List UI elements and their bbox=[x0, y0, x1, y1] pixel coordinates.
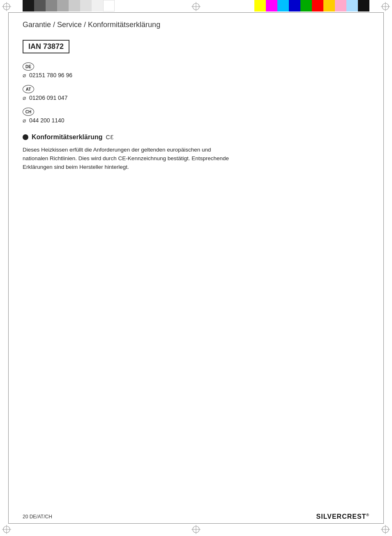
reg-mark-top-left bbox=[2, 2, 11, 11]
page-border-top bbox=[8, 12, 384, 13]
bullet-icon bbox=[23, 134, 28, 140]
footer: 20 DE/AT/CH SILVERCREST® bbox=[23, 513, 369, 520]
country-badge-ch: CH bbox=[23, 108, 34, 116]
phone-line-de: ⌀ 02151 780 96 96 bbox=[23, 72, 369, 78]
color-bar-left bbox=[23, 0, 115, 12]
phone-number-at: 01206 091 047 bbox=[29, 94, 67, 101]
country-section-at: AT ⌀ 01206 091 047 bbox=[23, 85, 369, 101]
ce-mark: Cℇ bbox=[106, 134, 113, 140]
page-border-bottom bbox=[8, 523, 384, 524]
konformitat-text: Dieses Heizkissen erfüllt die Anforderun… bbox=[23, 146, 236, 172]
phone-number-ch: 044 200 1140 bbox=[29, 117, 65, 124]
phone-line-at: ⌀ 01206 091 047 bbox=[23, 94, 369, 101]
color-bar-right bbox=[254, 0, 369, 12]
silvercrest-brand: SILVERCREST® bbox=[316, 513, 369, 520]
phone-icon-ch: ⌀ bbox=[23, 117, 26, 124]
konformitat-heading: Konformitätserklärung Cℇ bbox=[23, 133, 369, 141]
phone-icon-de: ⌀ bbox=[23, 72, 26, 78]
main-content: Garantie / Service / Konformitätserkläru… bbox=[23, 21, 369, 172]
brand-text-2: CREST bbox=[342, 513, 366, 520]
country-badge-de: DE bbox=[23, 62, 34, 71]
page-border-left bbox=[8, 12, 9, 524]
ian-box: IAN 73872 bbox=[23, 40, 69, 53]
reg-mark-top-right bbox=[381, 2, 390, 11]
reg-mark-bottom-left bbox=[2, 525, 11, 534]
reg-mark-bottom-right bbox=[381, 525, 390, 534]
phone-number-de: 02151 780 96 96 bbox=[29, 72, 72, 78]
phone-icon-at: ⌀ bbox=[23, 94, 26, 101]
reg-mark-top-center bbox=[191, 2, 201, 11]
country-section-ch: CH ⌀ 044 200 1140 bbox=[23, 108, 369, 124]
country-section-de: DE ⌀ 02151 780 96 96 bbox=[23, 62, 369, 78]
page-heading: Garantie / Service / Konformitätserkläru… bbox=[23, 21, 369, 32]
konformitat-title: Konformitätserklärung bbox=[32, 133, 102, 141]
reg-mark-bottom-center bbox=[191, 525, 201, 534]
brand-text: SILVER bbox=[316, 513, 342, 520]
page-border-right bbox=[383, 12, 384, 524]
footer-page-number: 20 DE/AT/CH bbox=[23, 514, 52, 520]
brand-registered: ® bbox=[366, 513, 369, 517]
phone-line-ch: ⌀ 044 200 1140 bbox=[23, 117, 369, 124]
country-badge-at: AT bbox=[23, 85, 34, 93]
